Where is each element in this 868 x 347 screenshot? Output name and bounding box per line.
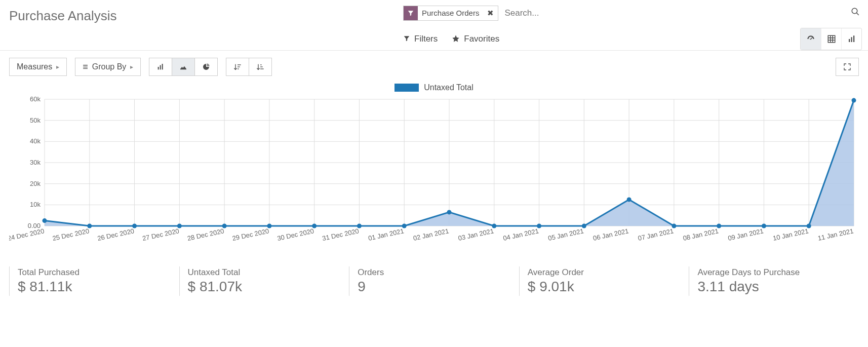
svg-rect-9 (853, 35, 854, 42)
view-dashboard-button[interactable] (801, 28, 821, 50)
legend-swatch (394, 84, 419, 92)
svg-rect-8 (851, 37, 852, 42)
svg-text:09 Jan 2021: 09 Jan 2021 (727, 227, 764, 242)
search-tools: Filters Favorites (403, 28, 864, 50)
view-pivot-button[interactable] (821, 28, 841, 50)
svg-text:07 Jan 2021: 07 Jan 2021 (637, 227, 674, 242)
header-right: Purchase Orders ✖ Filters Favorites (393, 5, 864, 50)
svg-text:30 Dec 2020: 30 Dec 2020 (277, 227, 314, 242)
svg-rect-10 (158, 67, 159, 69)
funnel-icon (404, 6, 418, 20)
graph-toolbar: Measures ▸ Group By ▸ (0, 51, 868, 76)
chart-type-group (149, 58, 218, 76)
view-switcher (800, 28, 862, 50)
stat-card: Total Purchased$ 81.11k (9, 266, 179, 296)
stat-label: Untaxed Total (188, 267, 341, 278)
svg-point-83 (492, 224, 496, 228)
svg-point-82 (447, 210, 452, 214)
stat-label: Orders (358, 267, 511, 278)
search-icon[interactable] (847, 5, 864, 21)
svg-point-81 (402, 224, 407, 228)
svg-point-79 (312, 224, 317, 228)
svg-rect-11 (160, 65, 161, 70)
groupby-label: Group By (92, 62, 127, 71)
svg-point-74 (87, 224, 92, 228)
search-input[interactable] (501, 6, 844, 20)
stat-card: Average Days to Purchase3.11 days (689, 266, 859, 296)
stat-value: $ 81.11k (18, 279, 171, 295)
page-title: Purchase Analysis (9, 5, 116, 24)
favorites-label: Favorites (464, 34, 499, 44)
svg-text:05 Jan 2021: 05 Jan 2021 (547, 227, 584, 242)
filter-icon (403, 35, 410, 44)
view-graph-button[interactable] (841, 28, 861, 50)
filters-button[interactable]: Filters (403, 34, 438, 44)
stat-value: 3.11 days (697, 279, 851, 295)
sort-group (226, 58, 272, 76)
star-icon (452, 34, 460, 44)
svg-text:10 Jan 2021: 10 Jan 2021 (772, 227, 809, 242)
svg-point-89 (762, 224, 766, 228)
svg-point-84 (537, 224, 541, 228)
svg-line-1 (856, 13, 859, 15)
chart-bar-button[interactable] (149, 58, 172, 76)
stat-label: Average Days to Purchase (697, 267, 851, 278)
svg-point-77 (222, 224, 227, 228)
stat-label: Average Order (528, 267, 681, 278)
page-header: Purchase Analysis Purchase Orders ✖ Filt… (0, 0, 868, 51)
svg-text:10k: 10k (30, 201, 41, 208)
close-icon[interactable]: ✖ (483, 9, 498, 18)
expand-button[interactable] (836, 58, 859, 76)
svg-rect-7 (849, 39, 850, 42)
stat-card: Average Order$ 9.01k (519, 266, 689, 296)
svg-text:40k: 40k (30, 137, 41, 145)
search-bar: Purchase Orders ✖ (403, 5, 864, 21)
svg-text:20k: 20k (30, 180, 41, 187)
measures-button[interactable]: Measures ▸ (9, 58, 67, 76)
chart-pie-button[interactable] (195, 58, 218, 76)
groupby-button[interactable]: Group By ▸ (75, 58, 141, 76)
svg-point-0 (852, 8, 857, 14)
svg-point-91 (852, 98, 856, 103)
svg-text:01 Jan 2021: 01 Jan 2021 (368, 227, 405, 242)
sort-desc-button[interactable] (226, 58, 249, 76)
measures-label: Measures (17, 62, 52, 71)
svg-point-86 (627, 197, 632, 202)
caret-right-icon: ▸ (130, 63, 133, 70)
svg-text:02 Jan 2021: 02 Jan 2021 (412, 227, 449, 242)
svg-text:27 Dec 2020: 27 Dec 2020 (142, 227, 180, 242)
stat-label: Total Purchased (18, 267, 171, 278)
svg-text:60k: 60k (30, 95, 41, 103)
svg-text:04 Jan 2021: 04 Jan 2021 (502, 227, 539, 242)
stat-card: Untaxed Total$ 81.07k (179, 266, 349, 296)
svg-point-78 (267, 224, 271, 228)
search-facet[interactable]: Purchase Orders ✖ (403, 6, 498, 21)
stat-value: $ 81.07k (188, 279, 341, 295)
svg-text:26 Dec 2020: 26 Dec 2020 (97, 227, 135, 242)
svg-point-90 (807, 224, 811, 228)
svg-point-73 (43, 218, 47, 223)
svg-text:24 Dec 2020: 24 Dec 2020 (9, 227, 45, 242)
svg-text:31 Dec 2020: 31 Dec 2020 (322, 227, 360, 242)
sort-asc-button[interactable] (249, 58, 272, 76)
stats-row: Total Purchased$ 81.11kUntaxed Total$ 81… (9, 266, 859, 296)
svg-point-87 (672, 224, 676, 228)
svg-point-80 (357, 224, 362, 228)
svg-text:29 Dec 2020: 29 Dec 2020 (231, 227, 269, 242)
chart-legend: Untaxed Total (9, 83, 859, 92)
favorites-button[interactable]: Favorites (452, 34, 499, 44)
stat-card: Orders9 (349, 266, 519, 296)
hamburger-icon (83, 62, 88, 72)
legend-label: Untaxed Total (424, 83, 474, 92)
filters-label: Filters (414, 34, 438, 44)
svg-text:08 Jan 2021: 08 Jan 2021 (682, 227, 719, 242)
svg-text:28 Dec 2020: 28 Dec 2020 (186, 227, 224, 242)
line-chart: 0.0010k20k30k40k50k60k24 Dec 202025 Dec … (9, 94, 859, 256)
chart-area: Untaxed Total 0.0010k20k30k40k50k60k24 D… (0, 76, 868, 256)
svg-text:25 Dec 2020: 25 Dec 2020 (52, 227, 90, 242)
chart-line-button[interactable] (172, 58, 195, 76)
svg-point-85 (582, 224, 586, 228)
svg-point-88 (717, 224, 721, 228)
caret-right-icon: ▸ (56, 63, 59, 70)
svg-text:30k: 30k (30, 159, 41, 166)
